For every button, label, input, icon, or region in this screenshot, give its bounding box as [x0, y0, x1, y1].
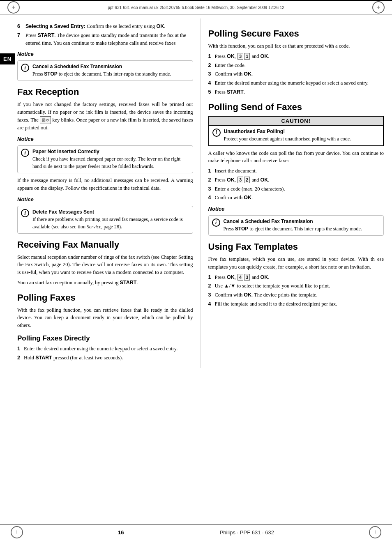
notice-icon-3: i — [21, 209, 29, 217]
step-psend-1-num: 1 — [208, 167, 211, 175]
start-bold-1: START — [38, 32, 55, 38]
step-7: 7 Press START. The device goes into stan… — [17, 32, 193, 47]
receiving-manually-para1: Select manual reception under number of … — [17, 253, 193, 276]
step-pfd-2-num: 2 — [17, 354, 20, 362]
notice-text-1: Press STOP to eject the document. This i… — [32, 70, 189, 78]
step-ps-4: 4 Enter the desired number using the num… — [208, 79, 384, 87]
ok-bold-ft1: OK — [227, 274, 235, 280]
left-column: 6 Selecting a Saved Entry: Confirm the s… — [0, 18, 201, 368]
fax-reception-para2: If the message memory is full, no additi… — [17, 177, 193, 192]
step-ft-4: 4 Fill the template and send it to the d… — [208, 300, 384, 308]
corner-decoration-tr — [373, 2, 384, 13]
notice-title-1: Cancel a Scheduled Fax Transmission — [32, 64, 189, 69]
polling-secure-para: With this function, you can poll fax es … — [208, 42, 384, 50]
step-ps-4-num: 4 — [208, 79, 211, 87]
caution-text: Protect your document against unauthoris… — [224, 135, 379, 143]
step-pfd-1: 1 Enter the desired number using the num… — [17, 345, 193, 353]
step-ft-2-num: 2 — [208, 282, 211, 290]
ok-bold-ps1: OK — [227, 53, 235, 59]
fax-key-icon: ☒↺ — [40, 116, 51, 124]
section-fax-templates-title: Using Fax Templates — [208, 241, 384, 252]
step-number-7: 7 — [17, 32, 23, 47]
content-area: 6 Selecting a Saved Entry: Confirm the s… — [0, 14, 392, 372]
key-3c: 3 — [244, 274, 250, 281]
notice-text-3: If there are problems with printing out … — [32, 216, 189, 230]
notice-box-4: i Cancel a Scheduled Fax Transmission Pr… — [208, 215, 384, 236]
ok-bold-ft3: OK — [244, 292, 251, 298]
section-polling-send-title: Polling Send of Faxes — [208, 102, 384, 113]
polling-faxes-directly-steps: 1 Enter the desired number using the num… — [17, 345, 193, 362]
notice-box-1: i Cancel a Scheduled Fax Transmission Pr… — [17, 60, 193, 81]
notice-label-2: Notice — [17, 136, 193, 142]
ok-bold-psend2: OK — [227, 177, 235, 183]
key-4: 4 — [238, 274, 243, 281]
step-psend-4-num: 4 — [208, 194, 211, 202]
caution-icon: ! — [212, 129, 221, 137]
step-ps-1-num: 1 — [208, 53, 211, 60]
key-2: 2 — [244, 177, 250, 183]
page-header: ppf-631-631-eco-manual-uk-253120765-b.bo… — [0, 0, 392, 14]
step-psend-4: 4 Confirm with OK. — [208, 194, 384, 202]
stop-bold-2: STOP — [235, 226, 248, 232]
start-bold-3: START — [35, 355, 52, 361]
step-ft-1-num: 1 — [208, 274, 211, 281]
caution-body: ! Unauthorised Fax Polling! Protect your… — [209, 126, 383, 145]
language-badge: EN — [0, 53, 15, 64]
notice-label-3: Notice — [17, 196, 193, 202]
service-italic: Service — [87, 224, 101, 230]
notice-icon-4: i — [212, 218, 220, 227]
notice-label-4: Notice — [208, 206, 384, 212]
step-7-text: Press START. The device goes into standb… — [25, 32, 193, 47]
fax-templates-para: Five fax templates, which you can use, a… — [208, 255, 384, 271]
notice-title-4: Cancel a Scheduled Fax Transmission — [224, 218, 380, 224]
step-6-bold: Selecting a Saved Entry: — [25, 23, 85, 29]
polling-secure-steps: 1 Press OK, 31 and OK. 2 Enter the code.… — [208, 53, 384, 96]
notice-text-4: Press STOP to eject the document. This i… — [224, 225, 380, 232]
step-ps-5: 5 Press START. — [208, 88, 384, 96]
page: ppf-631-631-eco-manual-uk-253120765-b.bo… — [0, 0, 392, 545]
step-pfd-2: 2 Hold START pressed (for at least two s… — [17, 354, 193, 362]
step-6-text: Selecting a Saved Entry: Confirm the se … — [25, 23, 165, 30]
step-number-6: 6 — [17, 23, 23, 30]
section-fax-reception-title: Fax Reception — [17, 87, 193, 97]
step-ps-5-num: 5 — [208, 88, 211, 96]
notice-title-3: Delete Fax Messages Sent — [32, 209, 189, 215]
step-ft-4-num: 4 — [208, 300, 211, 308]
header-text: ppf-631-631-eco-manual-uk-253120765-b.bo… — [108, 5, 284, 10]
section-polling-faxes-title: Polling Faxes — [17, 292, 193, 303]
ok-bold-1: OK — [156, 23, 164, 29]
step-pfd-1-num: 1 — [17, 345, 20, 353]
step-ps-3: 3 Confirm with OK. — [208, 70, 384, 78]
step-psend-3: 3 Enter a code (max. 20 characters). — [208, 185, 384, 193]
step-ps-3-num: 3 — [208, 70, 211, 78]
step-ft-1: 1 Press OK, 43 and OK. — [208, 274, 384, 281]
caution-box: CAUTION! ! Unauthorised Fax Polling! Pro… — [208, 116, 384, 146]
intro-steps: 6 Selecting a Saved Entry: Confirm the s… — [17, 23, 193, 47]
page-footer: 16 Philips · PPF 631 · 632 — [0, 524, 392, 538]
fax-templates-steps: 1 Press OK, 43 and OK. 2 Use ▲/▼ to sele… — [208, 274, 384, 308]
fax-reception-para1: If you have not changed the factory sett… — [17, 101, 193, 132]
stop-bold-1: STOP — [44, 71, 57, 77]
step-ft-2: 2 Use ▲/▼ to select the template you wou… — [208, 282, 384, 290]
footer-brand: Philips · PPF 631 · 632 — [220, 529, 274, 536]
step-ps-1: 1 Press OK, 31 and OK. — [208, 53, 384, 60]
corner-decoration-br — [370, 527, 380, 538]
step-ft-3-num: 3 — [208, 291, 211, 299]
polling-faxes-para: With the fax polling function, you can r… — [17, 306, 193, 329]
right-column: Polling Secure Faxes With this function,… — [201, 18, 392, 368]
key-3: 3 — [238, 53, 243, 60]
notice-icon-1: i — [21, 64, 29, 72]
ok-bold-ps1b: OK — [261, 53, 268, 59]
start-bold-2: START — [120, 280, 137, 285]
step-psend-1: 1 Insert the document. — [208, 167, 384, 175]
ok-bold-ps3: OK — [244, 71, 251, 77]
step-psend-2: 2 Press OK, 32 and OK. — [208, 176, 384, 184]
notice-icon-2: i — [21, 149, 29, 157]
polling-send-para: A caller who knows the code can poll the… — [208, 149, 384, 165]
ok-bold-psend4: OK — [244, 195, 251, 200]
step-ps-2: 2 Enter the code. — [208, 62, 384, 69]
notice-box-3: i Delete Fax Messages Sent If there are … — [17, 206, 193, 234]
step-ft-3: 3 Confirm with OK. The device prints the… — [208, 291, 384, 299]
footer-page-number: 16 — [118, 529, 124, 536]
key-1: 1 — [244, 53, 250, 60]
